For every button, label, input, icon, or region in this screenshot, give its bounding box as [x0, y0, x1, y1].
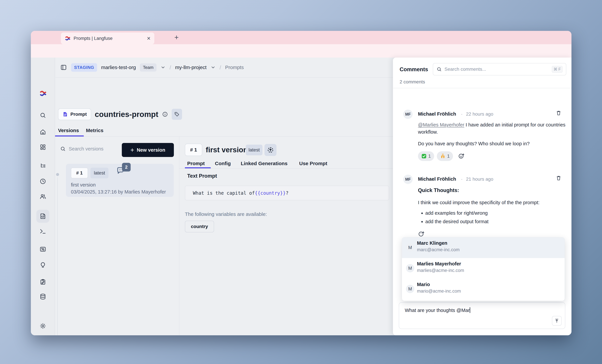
chevron-down-icon[interactable]: [161, 65, 165, 70]
prompt-code-box[interactable]: What is the capital of {{country}}?: [185, 186, 389, 200]
sessions-clock-icon[interactable]: [40, 178, 46, 185]
mention-name: Marc Klingen: [417, 240, 565, 246]
page-header: Prompt countries-prompt: [58, 108, 182, 120]
composer-value: What are your thoughts @Mar: [405, 308, 470, 313]
page-title: countries-prompt: [95, 110, 158, 119]
tags-button[interactable]: [172, 109, 182, 120]
mention-popup: M Marc Klingen marc@acme-inc.com M Marli…: [402, 237, 565, 301]
text-prompt-heading: Text Prompt: [187, 173, 217, 179]
comment-text: I think we could improve the specificity…: [418, 199, 571, 206]
detail-tab-linked-generations[interactable]: Linked Generations: [241, 161, 288, 166]
search-icon: [437, 66, 442, 72]
mention-link[interactable]: @Marlies Mayerhofer: [418, 122, 464, 128]
search-nav-icon[interactable]: [40, 112, 46, 119]
reactions-row: 1 1: [418, 151, 465, 161]
new-tab-button[interactable]: +: [174, 33, 179, 42]
search-icon: [60, 146, 66, 152]
breadcrumb-separator: /: [170, 64, 171, 71]
variables-label: The following variables are available:: [185, 211, 267, 217]
comment-body: @Marlies Mayerhofer I have added an init…: [418, 121, 569, 136]
mention-email: mario@acme-inc.com: [417, 289, 565, 294]
raised-hands-emoji-icon: [440, 153, 445, 159]
playground-terminal-icon[interactable]: [39, 228, 46, 235]
detail-tabs-divider: [179, 168, 393, 169]
breadcrumb-section: Prompts: [225, 64, 244, 70]
evals-lightbulb-icon[interactable]: [39, 261, 46, 268]
comment-timestamp: 21 hours ago: [466, 176, 493, 182]
comment-text-2: Do you have any thoughts? Who should we …: [418, 140, 569, 147]
settings-gear-icon[interactable]: [39, 322, 46, 330]
submit-comment-button[interactable]: [552, 316, 562, 326]
breadcrumb-org[interactable]: marlies-test-org: [101, 64, 136, 70]
comment-author: Michael Fröhlich: [418, 176, 456, 182]
search-comments-input[interactable]: Search comments... ⌘ F: [433, 63, 566, 75]
timeline-line: [57, 177, 58, 335]
annotation-clipboard-icon[interactable]: [39, 278, 46, 285]
detail-tab-config[interactable]: Config: [215, 161, 231, 166]
sidebar-item-prompts[interactable]: [36, 210, 49, 223]
avatar: MF: [403, 110, 413, 119]
comments-drawer: Comments Search comments... ⌘ F 2 commen…: [393, 58, 571, 335]
new-version-button[interactable]: + New version: [122, 143, 174, 157]
reaction-check[interactable]: 1: [418, 151, 434, 161]
mention-option[interactable]: M Marlies Mayerhofer marlies@acme-inc.co…: [402, 258, 565, 279]
tabs-divider: [55, 137, 393, 137]
avatar: M: [406, 285, 414, 293]
browser-tab[interactable]: Prompts | Langfuse ✕: [61, 32, 154, 44]
delete-comment-icon[interactable]: [556, 110, 562, 116]
version-name: first version: [71, 182, 96, 188]
langfuse-logo-icon[interactable]: [39, 90, 47, 97]
version-card[interactable]: # 1 latest 2 first version 03/04/2025, 1…: [66, 164, 174, 197]
bullet-item: add examples for right/wrong: [425, 210, 489, 216]
prompt-type-label: Prompt: [70, 112, 87, 117]
columns-divider: [179, 137, 179, 335]
avatar-initial: M: [408, 266, 412, 271]
info-icon[interactable]: [162, 111, 168, 117]
search-versions-placeholder: Search versions: [69, 146, 103, 152]
add-reaction-icon[interactable]: [458, 153, 465, 160]
dashboards-icon[interactable]: [40, 144, 46, 150]
delete-comment-icon[interactable]: [556, 175, 562, 181]
comments-count-badge: 2: [122, 163, 131, 171]
tracing-icon[interactable]: [40, 163, 46, 169]
breadcrumb-project[interactable]: my-llm-project: [175, 64, 206, 70]
chevron-down-icon[interactable]: [211, 65, 215, 70]
home-icon[interactable]: [40, 128, 46, 135]
tab-title: Prompts | Langfuse: [74, 36, 147, 41]
detail-tab-prompt[interactable]: Prompt: [187, 161, 205, 166]
prompt-doc-icon: [62, 111, 68, 117]
sidebar-toggle-icon[interactable]: [60, 64, 67, 71]
avatar-initial: M: [408, 286, 412, 292]
separator-dot: ·: [461, 111, 462, 117]
mention-option[interactable]: M Marc Klingen marc@acme-inc.com: [402, 237, 565, 258]
langfuse-app: MF STAGING marlies-test-org Team / my-ll…: [31, 58, 571, 335]
datasets-database-icon[interactable]: [39, 293, 46, 300]
tab-close-icon[interactable]: ✕: [147, 36, 151, 41]
promote-version-button[interactable]: [264, 144, 277, 156]
search-versions-input[interactable]: Search versions: [60, 146, 103, 152]
shortcut-badge: ⌘ F: [552, 66, 563, 73]
comment-composer[interactable]: What are your thoughts @Mar: [399, 302, 565, 329]
variable-chip: country: [185, 221, 214, 232]
prompts-icon: [39, 213, 46, 220]
add-reaction-icon[interactable]: [418, 231, 425, 237]
mention-option[interactable]: M Mario mario@acme-inc.com: [402, 279, 565, 300]
prompt-text-post: ?: [286, 190, 289, 196]
env-badge: STAGING: [71, 63, 97, 72]
mention-name: Mario: [417, 282, 565, 287]
breadcrumb-separator: /: [220, 64, 221, 71]
users-icon[interactable]: [39, 193, 46, 200]
detail-tab-use-prompt[interactable]: Use Prompt: [299, 161, 327, 166]
sidebar-rail: MF: [31, 58, 55, 335]
browser-window: Prompts | Langfuse ✕ + staging.langfuse.…: [31, 31, 571, 335]
reaction-hands[interactable]: 1: [437, 151, 453, 161]
avatar-initials: MF: [405, 112, 411, 117]
submit-arrow-icon: [554, 318, 559, 323]
tab-versions[interactable]: Versions: [58, 128, 79, 133]
org-role-badge[interactable]: Team: [140, 63, 157, 72]
scores-icon[interactable]: [39, 246, 46, 253]
separator-dot: ·: [461, 176, 462, 182]
browser-toolbar: staging.langfuse.com/project/cm22fk0w700…: [31, 44, 571, 58]
tab-metrics[interactable]: Metrics: [86, 128, 103, 133]
langfuse-favicon-icon: [64, 35, 71, 41]
